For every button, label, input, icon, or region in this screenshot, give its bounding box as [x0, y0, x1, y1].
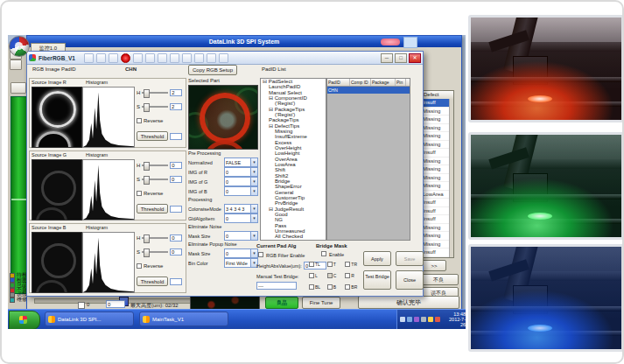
table-row[interactable]: Missing — [421, 108, 450, 116]
manual-test-bridge-field[interactable] — [256, 282, 297, 290]
processing-param-select[interactable]: 0▾ — [224, 167, 258, 177]
print-icon[interactable] — [109, 53, 118, 63]
processing-param-select[interactable]: 0▾ — [224, 214, 258, 223]
bridge-checkbox-tl[interactable] — [309, 262, 314, 267]
titlebar-button[interactable] — [403, 37, 417, 48]
bridge-checkbox-l[interactable] — [309, 273, 314, 278]
tree-item[interactable]: All Checked — [261, 234, 326, 239]
taskbar-app-button[interactable]: DataLink 3D SPI... — [45, 312, 134, 326]
processing-param-select[interactable]: 0▾ — [224, 177, 258, 186]
save-button[interactable]: Save — [396, 251, 424, 266]
layout-icon[interactable] — [170, 53, 179, 63]
good-button[interactable]: 良品 — [265, 297, 298, 309]
saturation-slider[interactable] — [142, 106, 168, 108]
slider-thumb[interactable] — [144, 162, 150, 171]
table-row[interactable]: Insuff — [421, 207, 450, 216]
slider-thumb[interactable] — [144, 234, 150, 243]
fine-tune-button[interactable]: Fine Tune — [302, 297, 340, 309]
close-button[interactable]: Close — [396, 270, 424, 290]
processing-param-select[interactable]: First Wide▾ — [224, 258, 258, 268]
volume-icon[interactable] — [400, 317, 405, 322]
column-header[interactable]: PadID — [327, 79, 350, 86]
bridge-checkbox-b[interactable] — [327, 284, 333, 290]
saturation-value-field[interactable] — [170, 103, 182, 110]
table-row[interactable]: Missing — [421, 224, 450, 233]
processing-param-select[interactable]: 0▾ — [224, 231, 258, 241]
padid-selected-row[interactable]: CHN — [327, 87, 410, 94]
slider-thumb[interactable] — [144, 248, 150, 257]
taskbar-app-button[interactable]: MainTask_V1 — [139, 312, 228, 326]
hue-slider[interactable] — [142, 237, 168, 239]
defect-table-scrollbar[interactable] — [449, 99, 453, 257]
minimize-button[interactable]: ─ — [381, 53, 393, 63]
slider-thumb[interactable] — [144, 89, 150, 98]
processing-param-select[interactable]: FALSE▾ — [224, 158, 258, 167]
source-image-thumbnail[interactable] — [32, 159, 82, 220]
slider-thumb[interactable] — [144, 103, 150, 112]
processing-param-select[interactable]: 3 4 3 4 3▾ — [224, 204, 258, 214]
ng-button[interactable]: 不良 — [418, 274, 459, 285]
threshold-field[interactable] — [170, 278, 182, 285]
grid-icon[interactable] — [145, 53, 155, 63]
start-button[interactable] — [9, 311, 40, 329]
dialog-titlebar[interactable]: FiberRGB_V1 ─ □ ✕ — [27, 52, 423, 65]
hue-value-field[interactable] — [170, 162, 182, 169]
slider-thumb[interactable] — [144, 176, 150, 185]
test-bridge-button[interactable]: Test Bridge — [363, 270, 391, 290]
save-icon[interactable] — [96, 53, 106, 63]
reverse-checkbox[interactable] — [137, 191, 142, 196]
saturation-slider[interactable] — [142, 178, 168, 180]
threshold-button[interactable]: Threshold — [137, 131, 168, 141]
back-window-button[interactable] — [11, 82, 26, 94]
bridge-checkbox-bl[interactable] — [309, 284, 314, 290]
processing-param-select[interactable]: 0▾ — [224, 248, 258, 258]
threshold-field[interactable] — [170, 133, 182, 140]
table-row[interactable]: Missing — [421, 132, 450, 141]
maximize-button[interactable]: □ — [395, 53, 407, 63]
table-row[interactable]: Missing — [421, 182, 450, 191]
open-icon[interactable] — [84, 53, 94, 63]
hue-value-field[interactable] — [170, 234, 182, 242]
table-row[interactable]: Missing — [421, 232, 450, 241]
source-image-thumbnail[interactable] — [32, 87, 82, 148]
bottom-checkbox[interactable] — [78, 302, 85, 309]
threshold-button[interactable]: Threshold — [137, 276, 168, 286]
more-button[interactable]: >> — [422, 260, 446, 271]
help-icon[interactable] — [219, 53, 228, 63]
table-row[interactable]: Bridge — [421, 257, 450, 258]
back-window-button[interactable] — [10, 60, 22, 70]
chart-icon[interactable] — [182, 53, 192, 63]
reverse-checkbox[interactable] — [137, 118, 142, 123]
taskbar-clock[interactable]: 13:48 2012-7-26 — [444, 312, 466, 327]
table-row[interactable]: Insuff — [421, 99, 450, 108]
table-row[interactable]: Insuff — [421, 199, 450, 207]
update-icon[interactable] — [421, 317, 426, 322]
input-method-icon[interactable] — [414, 317, 419, 322]
table-row[interactable]: Missing — [421, 241, 450, 249]
bottom-value-field[interactable] — [106, 300, 125, 308]
bridge-enable-checkbox[interactable] — [321, 251, 326, 256]
table-row[interactable]: Missing — [421, 165, 450, 174]
table-row[interactable]: Insuff — [421, 215, 450, 224]
threshold-button[interactable]: Threshold — [137, 204, 168, 214]
table-row[interactable]: Insuff — [421, 149, 450, 158]
cut-icon[interactable] — [133, 53, 143, 63]
close-icon[interactable]: ✕ — [409, 53, 421, 63]
saturation-value-field[interactable] — [170, 176, 182, 183]
confirm-complete-button[interactable]: 确认完毕 — [358, 296, 459, 309]
column-header[interactable]: Pin — [396, 79, 406, 86]
table-row[interactable]: LowArea — [421, 191, 450, 200]
saturation-value-field[interactable] — [170, 248, 182, 256]
copy-rgb-setup-button[interactable]: Copy RGB Setup — [188, 65, 237, 75]
table-row[interactable]: Missing — [421, 158, 450, 166]
column-header[interactable]: Comp ID — [350, 79, 371, 86]
record-icon[interactable] — [121, 53, 130, 63]
source-image-thumbnail[interactable] — [32, 232, 82, 293]
reverse-checkbox[interactable] — [137, 263, 142, 269]
table-row[interactable]: Insuff — [421, 248, 450, 257]
antivirus-icon[interactable] — [428, 317, 433, 322]
messenger-icon[interactable] — [435, 317, 440, 322]
table-row[interactable]: Missing — [421, 141, 450, 150]
saturation-slider[interactable] — [142, 251, 168, 253]
table-row[interactable]: Missing — [421, 174, 450, 183]
